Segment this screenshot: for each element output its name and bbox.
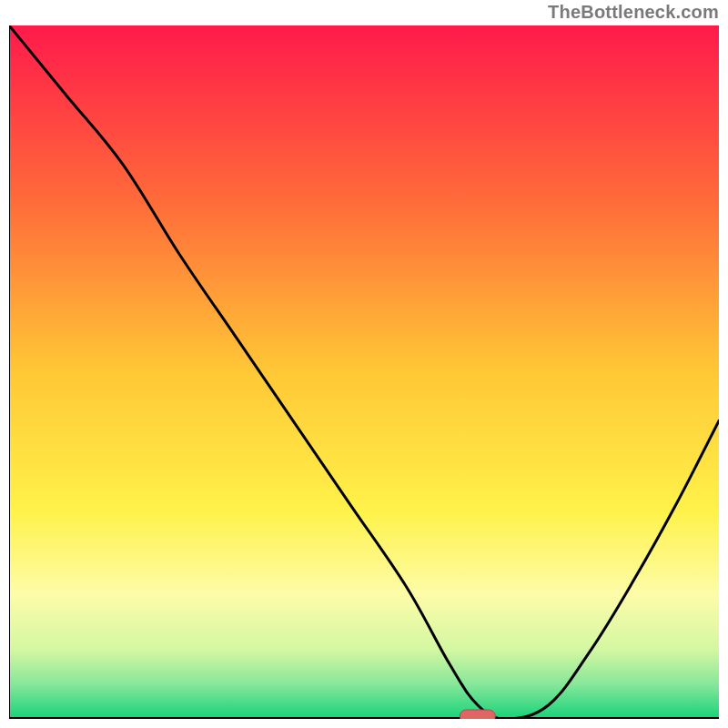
chart-container: TheBottleneck.com xyxy=(0,0,728,728)
chart-svg xyxy=(9,25,719,719)
plot-area xyxy=(9,25,719,719)
optimal-point-marker xyxy=(460,710,495,719)
attribution-label: TheBottleneck.com xyxy=(548,2,719,23)
